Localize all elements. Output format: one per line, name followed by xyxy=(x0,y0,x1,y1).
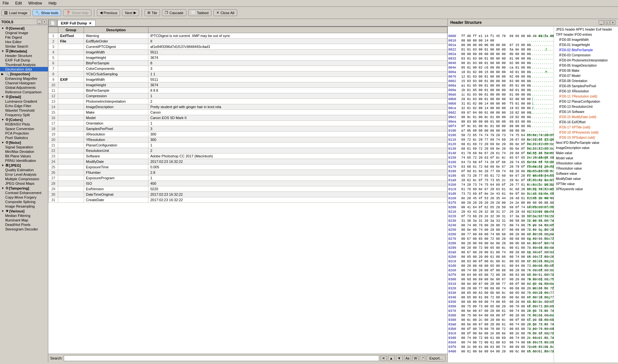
struct-item[interactable]: IFD0-13 ResolutionUnit xyxy=(558,104,617,109)
struct-item[interactable]: IFD0-07 Model xyxy=(558,73,617,79)
table-row[interactable]: 12Compression1 xyxy=(49,93,447,99)
struct-item[interactable]: IFD0-18 XPKeywords (odd) xyxy=(558,130,617,135)
struct-item[interactable]: IFD0-02 BitsPerSample xyxy=(558,48,617,53)
search-next-button[interactable]: ▼ xyxy=(396,355,403,361)
table-row[interactable]: 5ImageHeight3674 xyxy=(49,55,447,61)
tree-item-composite-splicing[interactable]: Composite Splicing xyxy=(0,200,48,204)
struct-item[interactable]: IFD0-04 PhotometricInterpretation xyxy=(558,58,617,63)
table-row[interactable]: 25ExposureTime0.005 xyxy=(49,164,447,170)
struct-item[interactable]: IFD0-15 ModifyDate (odd) xyxy=(558,115,617,120)
tree-item-image-resampling[interactable]: Image Resampling xyxy=(0,204,48,209)
table-row[interactable]: 7ColorComponents3 xyxy=(49,66,447,71)
table-row[interactable]: 23SoftwareAdobe Photoshop CC 2017 (Macin… xyxy=(49,154,447,159)
tile-button[interactable]: ⊞ Tile xyxy=(145,9,160,16)
tree-category-detail[interactable]: ▼ ⊙ [Detail] xyxy=(0,94,48,99)
struct-item[interactable]: IFD0-03 Compression xyxy=(558,53,617,58)
tree-item-channel-histogram[interactable]: Channel Histogram xyxy=(0,81,48,85)
struct-item[interactable]: IFD0-19 XPSubject (odd) xyxy=(558,135,617,140)
right-panel-minimize-button[interactable]: _ xyxy=(599,20,604,25)
tree-item-quality-estimation[interactable]: Quality Estimation xyxy=(0,168,48,172)
table-row[interactable]: 28ISO400 xyxy=(49,181,447,186)
tree-category-jpeg[interactable]: ▼ ⊞ [JPEG] xyxy=(0,163,48,168)
tree-item-bit-plane-values[interactable]: Bit Plane Values xyxy=(0,154,48,158)
table-row[interactable]: 6BitsPerSample8 xyxy=(49,61,447,66)
struct-item[interactable]: IFD0-14 Software xyxy=(558,109,617,115)
tree-item-global-adjustments[interactable]: Global Adjustments xyxy=(0,85,48,90)
tree-item-echo-edge-filter[interactable]: Echo Edge Filter xyxy=(0,104,48,108)
tree-item-similar-search[interactable]: Similar Search xyxy=(0,44,48,49)
next-button[interactable]: Next ▶ xyxy=(122,9,139,16)
table-row[interactable]: 16ModelCanon EOS 5D Mark II xyxy=(49,115,447,121)
struct-item[interactable]: Make value xyxy=(555,151,617,156)
table-row[interactable]: 27ExposureProgram1 xyxy=(49,175,447,181)
tab-close-exif[interactable]: ✕ xyxy=(88,22,92,25)
struct-item[interactable]: IFD0-05 ImageDescription xyxy=(558,63,617,68)
tree-item-header-structure[interactable]: Header Structure xyxy=(0,53,48,58)
struct-item[interactable]: Software value xyxy=(555,171,617,176)
struct-pane[interactable]: JPEG header APP1 header Exif headerTIFF … xyxy=(554,26,618,362)
hex-pane[interactable]: 0000ff d8 ff e1 14 f1 45 78 69 66 00 00 … xyxy=(448,26,554,362)
search-prev-button[interactable]: ▲ xyxy=(388,355,395,361)
struct-item[interactable]: ImageDescription value xyxy=(555,145,617,151)
close-all-button[interactable]: ✕ Close All xyxy=(213,9,237,16)
menu-help[interactable]: Help xyxy=(47,1,58,6)
tree-category-noise[interactable]: ▼ ⊙ [Noise] xyxy=(0,140,48,145)
struct-item[interactable]: IFD0-08 Orientation xyxy=(558,79,617,84)
tree-item-signal-separation[interactable]: Signal Separation xyxy=(0,145,48,149)
tree-item-enhancing-magnifier[interactable]: Enhancing Magnifier xyxy=(0,76,48,81)
cascade-button[interactable]: ❐ Cascade xyxy=(162,9,186,16)
export-button[interactable]: Export... xyxy=(426,355,445,361)
tree-category-various[interactable]: ▼ ★ [Various] xyxy=(0,209,48,213)
table-row[interactable]: 9EXIFImageWidth5511 xyxy=(49,77,447,82)
tools-minimize-button[interactable]: _ xyxy=(37,20,42,24)
struct-item[interactable]: JPEG header APP1 header Exif header xyxy=(555,27,617,32)
tree-item-frequency-split[interactable]: Frequency Split xyxy=(0,113,48,117)
table-row[interactable]: 13PhotometricInterpretation2 xyxy=(49,99,447,104)
tree-category-general[interactable]: ▼ ⊙ [General] xyxy=(0,26,48,31)
table-row[interactable]: 1ExifToolWarningIPTCDigest is not curren… xyxy=(49,33,447,39)
struct-item[interactable]: IFD0-11 YResolution (odd) xyxy=(558,94,617,99)
struct-item[interactable]: IFD0-09 SamplesPerPixel xyxy=(558,84,617,89)
tree-item-prnu-identification[interactable]: PRNU Identification xyxy=(0,158,48,163)
tree-item-luminance-gradient[interactable]: Luminance Gradient xyxy=(0,99,48,104)
tree-item-median-filtering[interactable]: Median Filtering xyxy=(0,213,48,218)
table-row[interactable]: 11BitsPerSample8 8 8 xyxy=(49,88,447,93)
tree-category-colors[interactable]: ▼ ⊙ [Colors] xyxy=(0,117,48,122)
tree-item-file-digest[interactable]: File Digest xyxy=(0,35,48,40)
tree-item-error-level-analysis[interactable]: Error Level Analysis xyxy=(0,172,48,177)
search-clear-button[interactable]: ✕ xyxy=(380,355,387,361)
table-row[interactable]: 20YResolution300 xyxy=(49,137,447,143)
tree-item-original-image[interactable]: Original Image xyxy=(0,31,48,35)
table-row[interactable]: 21PlanarConfiguration1 xyxy=(49,143,447,148)
tree-item-hex-editor[interactable]: Hex Editor xyxy=(0,40,48,44)
table-row[interactable]: 18SamplesPerPixel3 xyxy=(49,126,447,132)
table-row[interactable]: 26FNumber2.8 xyxy=(49,170,447,175)
struct-item[interactable]: IFD0-06 Make xyxy=(558,68,617,73)
struct-item[interactable]: XPKeywords value xyxy=(555,187,617,192)
tree-item-geolocation-data[interactable]: Geolocation data xyxy=(0,67,48,71)
tree-item-space-conversion[interactable]: Space Conversion xyxy=(0,126,48,131)
tree-item-pixel-statistics[interactable]: Pixel Statistics xyxy=(0,135,48,140)
struct-item[interactable]: TIFF header IFD0 entries xyxy=(555,32,617,37)
tree-item-pca-projection[interactable]: PCA Projection xyxy=(0,131,48,135)
tree-item-exif-full-dump[interactable]: EXIF Full Dump xyxy=(0,58,48,62)
tree-item-reference-comparison[interactable]: Reference Comparison xyxy=(0,90,48,94)
previous-button[interactable]: ◀ Previous xyxy=(97,9,120,16)
search-input[interactable] xyxy=(64,355,379,361)
tree-item-wavelet-threshold[interactable]: Wavelet Threshold xyxy=(0,108,48,113)
tree-category-tampering[interactable]: ▼ ⊙ [Tampering] xyxy=(0,186,48,191)
struct-item[interactable]: ModifyDate value xyxy=(555,176,617,182)
exif-table-container[interactable]: Group Description 1ExifToolWarningIPTCDi… xyxy=(48,27,447,354)
struct-item[interactable]: IFD0-00 ImageWidth xyxy=(558,37,617,42)
search-wholeword-button[interactable]: W xyxy=(412,355,418,361)
struct-item[interactable]: Next IFD BitsPerSample value xyxy=(555,140,617,145)
struct-item[interactable]: IFD0-10 XResolution xyxy=(558,89,617,94)
struct-item[interactable]: IFD0-16 ExifOffset xyxy=(558,120,617,125)
table-row[interactable]: 31CreateDate2017:02:23 16:32:22 xyxy=(49,197,447,203)
table-row[interactable]: 14ImageDescriptionPretty student girl wi… xyxy=(49,104,447,110)
table-row[interactable]: 8YCbCrSubSampling1 1 xyxy=(49,71,447,77)
tabbed-button[interactable]: ⬜ Tabbed xyxy=(188,9,211,16)
search-matchcase-button[interactable]: Aa xyxy=(404,355,411,361)
struct-item[interactable]: Model value xyxy=(555,156,617,161)
tree-item-contrast-enhancement[interactable]: Contrast Enhancement xyxy=(0,191,48,195)
